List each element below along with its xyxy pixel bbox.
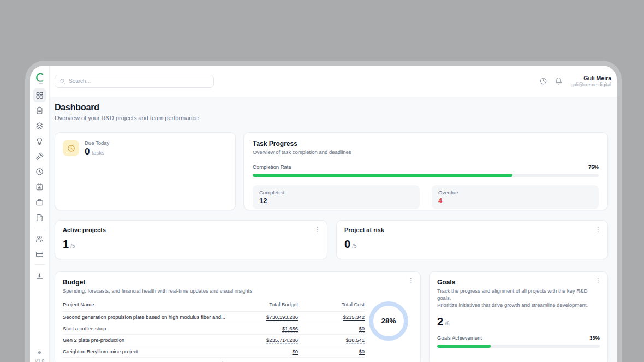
sidebar-divider <box>34 264 45 265</box>
sidebar-item-analytics[interactable] <box>33 269 46 282</box>
project-name: Gen 2 plate pre-production <box>63 337 235 343</box>
total-cost-link[interactable]: $0 <box>359 325 365 333</box>
total-cost-link[interactable]: $235,342 <box>343 314 365 321</box>
column-total-cost: Total Cost <box>298 301 365 307</box>
kebab-menu-icon[interactable]: ⋮ <box>595 277 601 284</box>
layers-icon <box>35 122 44 130</box>
project-at-risk-title: Project at risk <box>344 227 600 233</box>
user-name: Guli Meira <box>571 75 611 81</box>
goals-value: 2 <box>437 316 443 328</box>
table-row: Gen 2 plate pre-production $235,714.286 … <box>63 335 365 346</box>
budget-donut-value: 28% <box>381 317 396 325</box>
goals-card: Goals ⋮ Track the progress and alignment… <box>429 271 608 362</box>
completion-rate-bar <box>253 174 599 177</box>
main-content: Dashboard Overview of your R&D projects … <box>50 97 617 362</box>
completion-rate-label: Completion Rate <box>253 164 291 170</box>
total-budget-link[interactable]: $1,656 <box>282 325 298 333</box>
kebab-menu-icon[interactable]: ⋮ <box>408 277 414 284</box>
goals-title: Goals <box>437 278 600 286</box>
sidebar-item-projects[interactable] <box>33 119 46 133</box>
kebab-menu-icon[interactable]: ⋮ <box>595 226 601 233</box>
sidebar-divider <box>34 228 45 228</box>
page-subtitle: Overview of your R&D projects and team p… <box>55 115 608 121</box>
active-projects-total: /5 <box>70 243 75 249</box>
overdue-label: Overdue <box>438 189 592 195</box>
briefcase-icon <box>35 198 44 206</box>
sidebar-item-tasks[interactable] <box>33 104 46 117</box>
table-row: Start a coffee shop $1,656 $0 <box>63 323 365 335</box>
clock-icon <box>67 144 75 152</box>
total-cost-link[interactable]: $38,541 <box>346 337 365 344</box>
goals-achievement-bar-fill <box>437 345 491 348</box>
search-input[interactable] <box>69 78 209 84</box>
completed-panel: Completed 12 <box>253 185 420 209</box>
sidebar: V1.0 <box>30 66 50 362</box>
creme-logo-icon[interactable] <box>34 72 46 85</box>
sidebar-item-portfolio[interactable] <box>33 195 46 209</box>
history-button[interactable] <box>537 75 550 88</box>
clock-icon <box>35 168 44 176</box>
project-name: Creighton Beryllium mine project <box>63 348 235 354</box>
notifications-button[interactable] <box>552 75 565 88</box>
user-email: guli@creme.digital <box>571 82 611 87</box>
due-today-value: 0 <box>85 146 90 157</box>
project-at-risk-total: /5 <box>352 243 356 249</box>
total-budget-link[interactable]: $235,714.286 <box>266 337 298 344</box>
bar-chart-icon <box>35 271 44 280</box>
kebab-menu-icon[interactable]: ⋮ <box>314 226 321 233</box>
sidebar-item-time-tracking[interactable] <box>33 165 46 179</box>
project-name: Second generation propulsion plate based… <box>63 314 235 320</box>
dashboard-grid-icon <box>35 91 44 99</box>
task-progress-card: Task Progress Overview of task completio… <box>243 132 608 210</box>
sidebar-item-documents[interactable] <box>33 211 46 224</box>
overdue-value: 4 <box>438 197 592 205</box>
goals-achievement-label: Goals Achievement <box>437 335 482 341</box>
search-box[interactable] <box>55 75 214 88</box>
topbar: Guli Meira guli@creme.digital <box>50 66 617 97</box>
sidebar-item-calendar[interactable] <box>33 180 46 194</box>
total-budget-link[interactable]: $0 <box>292 348 298 355</box>
app-window: V1.0 <box>30 66 617 362</box>
goals-subtitle-line1: Track the progress and alignment of all … <box>437 288 600 302</box>
active-projects-card: Active projects ⋮ 1 /5 <box>55 220 327 259</box>
budget-subtitle: Spending, forecasts, and financial healt… <box>63 288 413 295</box>
sidebar-item-dashboard[interactable] <box>33 88 46 102</box>
project-at-risk-value: 0 <box>344 238 350 251</box>
project-at-risk-card: Project at risk ⋮ 0 /5 <box>336 220 608 259</box>
budget-table: Project Name Total Budget Total Cost Sec… <box>63 301 365 362</box>
bell-icon <box>554 77 563 85</box>
total-cost-link[interactable]: $0 <box>359 348 365 355</box>
sidebar-item-tools[interactable] <box>33 150 46 163</box>
completed-value: 12 <box>259 197 413 205</box>
goals-subtitle: Track the progress and alignment of all … <box>437 288 600 308</box>
goals-subtitle-line2: Prioritize initiatives that drive growth… <box>437 302 600 309</box>
overdue-panel: Overdue 4 <box>432 185 599 209</box>
sidebar-item-ideas[interactable] <box>33 134 46 148</box>
task-progress-subtitle: Overview of task completion and deadline… <box>253 149 599 156</box>
credit-card-icon <box>35 250 44 258</box>
column-project-name: Project Name <box>63 301 235 307</box>
budget-donut: 28% <box>369 301 408 341</box>
goals-achievement-bar <box>437 345 600 348</box>
column-total-budget: Total Budget <box>235 301 298 307</box>
due-today-card: Due Today 0 tasks <box>55 132 236 210</box>
search-icon <box>59 78 65 84</box>
sidebar-item-billing[interactable] <box>33 247 46 261</box>
user-menu[interactable]: Guli Meira guli@creme.digital <box>571 75 611 87</box>
lightbulb-icon <box>35 137 44 145</box>
table-row: Second generation propulsion plate based… <box>63 312 365 323</box>
due-today-unit: tasks <box>92 150 104 156</box>
table-row: Creighton Beryllium mine project $0 $0 <box>63 346 365 358</box>
clipboard-icon <box>35 106 44 115</box>
file-icon <box>35 213 44 222</box>
project-name: Start a coffee shop <box>63 325 235 331</box>
task-progress-title: Task Progress <box>253 140 599 147</box>
budget-title: Budget <box>63 278 413 286</box>
active-projects-title: Active projects <box>63 227 319 233</box>
history-icon <box>539 77 547 85</box>
total-budget-link[interactable]: $730,193.286 <box>266 314 298 321</box>
sidebar-item-team[interactable] <box>33 232 46 246</box>
completion-rate-bar-fill <box>253 174 512 177</box>
completion-rate-value: 75% <box>588 164 599 170</box>
app-version: V1.0 <box>35 358 45 362</box>
